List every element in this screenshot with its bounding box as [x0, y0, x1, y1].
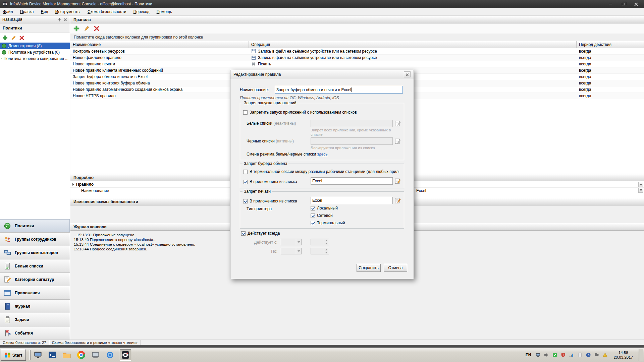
- sidebar-item-computer-groups[interactable]: Группы компьютеров: [0, 246, 70, 259]
- checkbox-checked[interactable]: [311, 214, 315, 218]
- tray-icon[interactable]: [544, 352, 549, 358]
- rule-name-cell[interactable]: Новое правило клиента мгновенных сообщен…: [70, 67, 249, 73]
- dialog-close-button[interactable]: [404, 71, 411, 77]
- scroll-down-button[interactable]: [638, 188, 643, 193]
- printer-type-terminal-row[interactable]: Терминальный: [311, 221, 345, 225]
- rule-name-cell[interactable]: Новое HTTPS правило: [70, 93, 249, 99]
- clipboard-apps-list-input[interactable]: Excel: [311, 177, 393, 185]
- tree-item-shadow-copy-policy[interactable]: Политика теневого копирования ...: [0, 55, 70, 62]
- menu-navigate[interactable]: Переход: [130, 8, 153, 15]
- checkbox-unchecked[interactable]: [243, 110, 248, 115]
- menu-security-scheme[interactable]: Схема безопасности: [85, 8, 129, 15]
- print-apps-list-input[interactable]: Excel: [311, 197, 393, 204]
- titlebar[interactable]: InfoWatch Device Monitor Management Cons…: [0, 0, 644, 8]
- sidebar-item-events[interactable]: События: [0, 326, 70, 340]
- rule-period-cell[interactable]: всегда: [577, 86, 644, 93]
- clipboard-apps-checkbox-row[interactable]: В приложениях из списка: [243, 179, 297, 184]
- minimize-button[interactable]: [606, 1, 615, 7]
- tree-item-device-policy[interactable]: Политика на устройства (0): [0, 49, 70, 55]
- sidebar-item-employee-groups[interactable]: Группы сотрудников: [0, 232, 70, 246]
- print-apps-checkbox-row[interactable]: В приложениях из списка: [243, 199, 297, 203]
- rule-period-cell[interactable]: всегда: [577, 93, 644, 99]
- tree-item-demonstration[interactable]: Демонстрация (8): [0, 43, 70, 49]
- rule-name-cell[interactable]: Новое правило контроля буфера обмена: [70, 80, 249, 86]
- column-header-name[interactable]: Наименование: [70, 41, 249, 48]
- add-rule-button[interactable]: [73, 25, 79, 32]
- tray-icon[interactable]: [535, 352, 541, 358]
- sidebar-item-applications[interactable]: Приложения: [0, 286, 70, 299]
- menu-view[interactable]: Вид: [38, 8, 51, 15]
- pin-button[interactable]: [57, 17, 62, 22]
- sidebar-item-signature-categories[interactable]: Категории сигнатур: [0, 273, 70, 286]
- column-header-operation[interactable]: Операция: [249, 41, 577, 48]
- dialog-titlebar[interactable]: Редактирование правила: [230, 70, 414, 79]
- edit-rule-button[interactable]: [84, 25, 90, 32]
- tray-icon[interactable]: [560, 352, 566, 358]
- menu-tools[interactable]: Инструменты: [52, 8, 84, 15]
- language-indicator[interactable]: EN: [524, 352, 533, 358]
- rule-period-cell[interactable]: всегда: [577, 61, 644, 67]
- checkbox-checked[interactable]: [243, 199, 248, 203]
- column-header-period[interactable]: Период действия: [577, 41, 644, 48]
- show-desktop-button[interactable]: [639, 349, 643, 361]
- list-mode-link[interactable]: здесь: [317, 152, 327, 157]
- rule-name-cell[interactable]: Новое правило печати: [70, 61, 249, 67]
- cancel-button[interactable]: Отмена: [384, 264, 407, 272]
- rule-name-input[interactable]: Запрет буфера обмена и печати в Excel: [275, 86, 403, 94]
- table-row[interactable]: Новое правило печати Печать всегда: [70, 61, 644, 67]
- checkbox-checked[interactable]: [241, 231, 246, 236]
- clock[interactable]: 14:58 20.03.2017: [613, 350, 633, 360]
- always-active-checkbox-row[interactable]: Действует всегда: [241, 231, 280, 236]
- add-policy-button[interactable]: [2, 35, 8, 41]
- printer-type-network-row[interactable]: Сетевой: [311, 213, 333, 218]
- tray-icon[interactable]: [586, 352, 591, 358]
- tray-icon[interactable]: [594, 352, 599, 358]
- sidebar-item-journal[interactable]: Журнал: [0, 299, 70, 313]
- quick-launch-grip[interactable]: [29, 350, 31, 360]
- sidebar-item-policies[interactable]: Политики: [0, 219, 70, 232]
- chrome-shortcut-icon[interactable]: [76, 350, 86, 360]
- terminal-shortcut-icon[interactable]: [48, 350, 57, 360]
- printer-type-local-row[interactable]: Локальный: [311, 206, 338, 210]
- browser-shortcut-icon[interactable]: [105, 350, 115, 360]
- close-button[interactable]: [632, 1, 640, 7]
- sidebar-item-white-lists[interactable]: Белые списки: [0, 259, 70, 273]
- start-button[interactable]: Start: [1, 349, 26, 361]
- rule-name-cell[interactable]: Контроль сетевых ресурсов: [70, 48, 249, 54]
- rule-period-cell[interactable]: всегда: [577, 67, 644, 73]
- save-button[interactable]: Сохранить: [357, 264, 381, 272]
- delete-rule-button[interactable]: [94, 25, 100, 32]
- tray-icon[interactable]: [577, 352, 583, 358]
- rule-period-cell[interactable]: всегда: [577, 48, 644, 54]
- expander-icon[interactable]: [72, 183, 74, 186]
- menu-file[interactable]: Файл: [0, 8, 16, 15]
- sidebar-item-tasks[interactable]: Задачи: [0, 313, 70, 326]
- panel-close-button[interactable]: [64, 18, 67, 21]
- rule-operation-cell[interactable]: Запись в файл на съёмном устройстве или …: [249, 55, 577, 61]
- scroll-up-button[interactable]: [638, 182, 643, 187]
- clipboard-apps-edit-button[interactable]: [394, 177, 401, 185]
- infowatch-console-taskbar-button[interactable]: [120, 349, 131, 361]
- rule-name-cell[interactable]: Новое правило автоматического создания с…: [70, 86, 249, 93]
- tray-icon[interactable]: [602, 352, 608, 358]
- checkbox-unchecked[interactable]: [243, 170, 248, 174]
- delete-policy-button[interactable]: [19, 35, 24, 41]
- rule-period-cell[interactable]: всегда: [577, 80, 644, 86]
- restore-button[interactable]: [619, 1, 628, 7]
- print-apps-edit-button[interactable]: [394, 197, 401, 204]
- rule-period-cell[interactable]: всегда: [577, 74, 644, 80]
- checkbox-checked[interactable]: [243, 180, 248, 184]
- folder-shortcut-icon[interactable]: [62, 350, 71, 360]
- tray-icon[interactable]: [552, 352, 557, 358]
- menu-edit[interactable]: Правка: [17, 8, 37, 15]
- remote-desktop-shortcut-icon[interactable]: [91, 350, 100, 360]
- checkbox-checked[interactable]: [311, 206, 315, 210]
- rule-period-cell[interactable]: всегда: [577, 55, 644, 61]
- edit-policy-button[interactable]: [11, 35, 16, 41]
- launch-ban-checkbox-row[interactable]: Запретить запуск приложений с использова…: [243, 110, 357, 115]
- rule-name-cell[interactable]: Запрет буфера обмена и печати в Excel: [70, 74, 249, 80]
- clipboard-terminal-checkbox-row[interactable]: В терминальной сессии между разными рабо…: [243, 169, 399, 174]
- rule-operation-cell[interactable]: Печать: [249, 61, 577, 67]
- menu-help[interactable]: Помощь: [154, 8, 175, 15]
- rule-operation-cell[interactable]: Запись в файл на съёмном устройстве или …: [249, 48, 577, 54]
